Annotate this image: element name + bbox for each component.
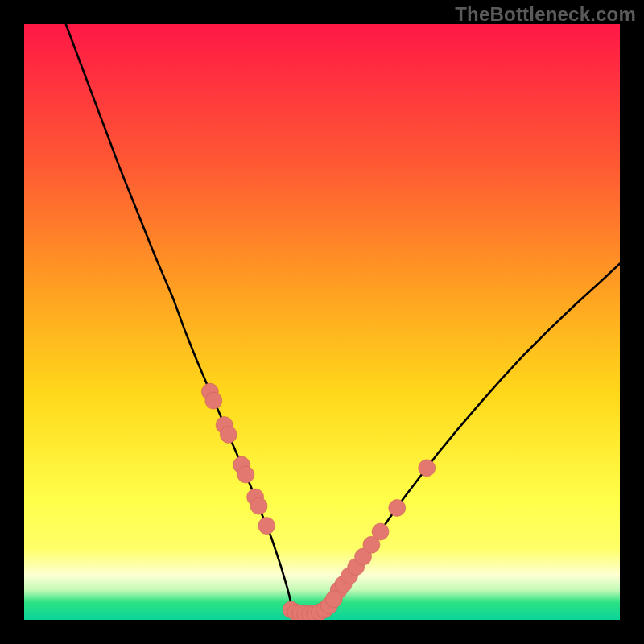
marker-left	[220, 426, 237, 443]
gradient-background	[24, 24, 620, 620]
marker-right	[372, 523, 389, 540]
marker-left	[205, 392, 222, 409]
chart-frame: TheBottleneck.com	[0, 0, 644, 644]
marker-right	[419, 460, 436, 477]
marker-left	[237, 466, 254, 483]
plot-svg	[24, 24, 620, 620]
plot-area	[24, 24, 620, 620]
marker-left	[250, 497, 267, 514]
marker-right	[389, 499, 406, 516]
marker-left	[258, 518, 275, 535]
marker-floor	[325, 591, 342, 608]
watermark-label: TheBottleneck.com	[455, 3, 636, 26]
